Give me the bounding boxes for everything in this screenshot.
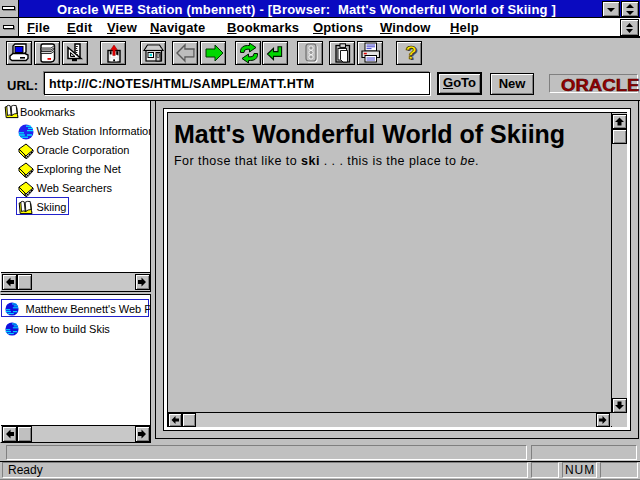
svg-text:?: ? (405, 42, 417, 63)
